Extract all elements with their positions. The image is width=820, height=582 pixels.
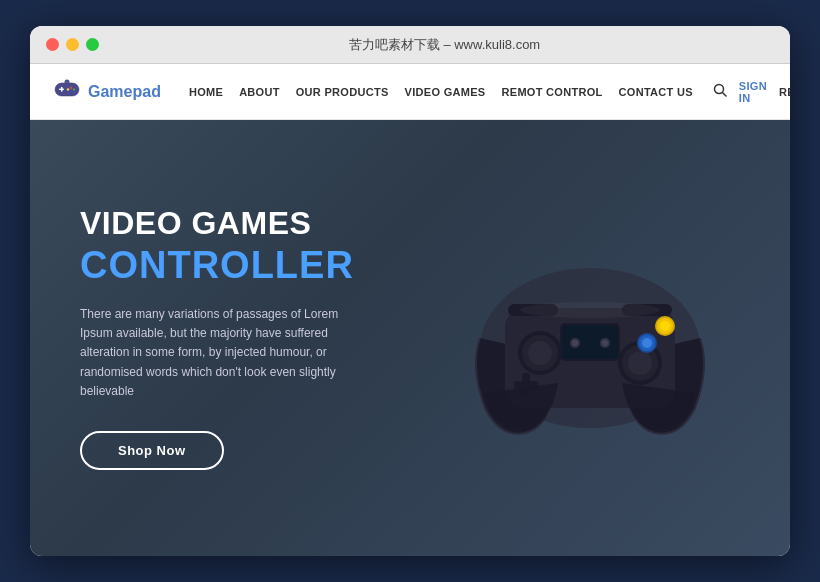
hero-section: VIDEO GAMES CONTROLLER There are many va… [30, 120, 790, 556]
search-icon[interactable] [713, 83, 727, 100]
hero-description: There are many variations of passages of… [80, 305, 360, 401]
nav-remot-control[interactable]: REMOT CONTROL [502, 86, 603, 98]
brand-icon [54, 78, 80, 106]
brand-name: Gamepad [88, 83, 161, 101]
nav-about[interactable]: ABOUT [239, 86, 280, 98]
svg-point-3 [70, 86, 72, 88]
traffic-lights [46, 38, 99, 51]
hero-image [440, 198, 740, 478]
nav-home[interactable]: HOME [189, 86, 223, 98]
hero-title-accent: CONTROLLER [80, 245, 440, 287]
title-bar: 苦力吧素材下载 – www.kuli8.com [30, 26, 790, 64]
nav-links: HOME ABOUT OUR PRODUCTS VIDEO GAMES REMO… [189, 86, 693, 98]
hero-content: VIDEO GAMES CONTROLLER There are many va… [80, 206, 440, 470]
svg-rect-2 [61, 86, 63, 91]
browser-window: 苦力吧素材下载 – www.kuli8.com Gamepad [30, 26, 790, 556]
svg-point-20 [528, 341, 552, 365]
svg-point-6 [67, 88, 69, 90]
svg-point-35 [602, 340, 608, 346]
svg-point-33 [572, 340, 578, 346]
maximize-button[interactable] [86, 38, 99, 51]
page-title: 苦力吧素材下载 – www.kuli8.com [115, 36, 774, 54]
close-button[interactable] [46, 38, 59, 51]
svg-point-8 [66, 81, 68, 83]
signin-button[interactable]: SIGN IN [739, 80, 767, 104]
controller-illustration [450, 208, 730, 468]
svg-point-29 [642, 338, 652, 348]
svg-point-23 [628, 351, 652, 375]
svg-point-4 [73, 88, 75, 90]
svg-point-26 [660, 321, 670, 331]
minimize-button[interactable] [66, 38, 79, 51]
nav-contact-us[interactable]: CONTACT US [619, 86, 693, 98]
nav-right: SIGN IN REGISTER [713, 80, 790, 104]
nav-products[interactable]: OUR PRODUCTS [296, 86, 389, 98]
hero-title-main: VIDEO GAMES [80, 206, 440, 241]
brand[interactable]: Gamepad [54, 78, 161, 106]
shop-now-button[interactable]: Shop Now [80, 431, 224, 470]
nav-video-games[interactable]: VIDEO GAMES [405, 86, 486, 98]
svg-point-5 [70, 89, 72, 91]
svg-line-10 [722, 93, 726, 97]
navbar: Gamepad HOME ABOUT OUR PRODUCTS VIDEO GA… [30, 64, 790, 120]
svg-point-38 [520, 302, 660, 318]
register-button[interactable]: REGISTER [779, 86, 790, 98]
